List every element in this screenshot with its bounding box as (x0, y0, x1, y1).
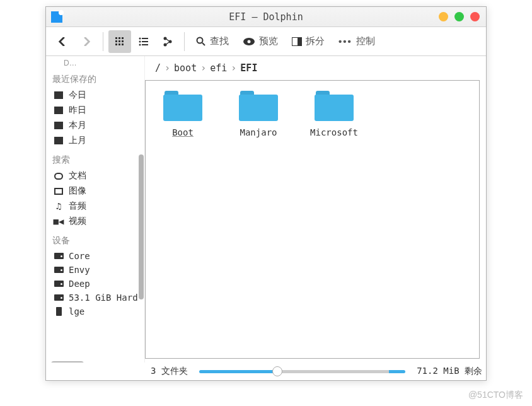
svg-point-20 (248, 40, 251, 43)
app-icon (51, 11, 62, 23)
sidebar-header-recent: 最近保存的 (52, 74, 141, 85)
svg-point-11 (139, 40, 141, 42)
sidebar: D… 最近保存的 今日 昨日 本月 上月 搜索 文档 图像 ♫音频 ■◀视频 设… (46, 56, 144, 362)
more-icon: ••• (338, 36, 352, 47)
folder-boot[interactable]: Boot (154, 91, 211, 137)
video-icon: ■◀ (54, 218, 64, 225)
drive-icon (54, 281, 64, 287)
sidebar-truncated-item[interactable]: D… (64, 59, 141, 67)
search-icon (196, 37, 206, 47)
preview-button[interactable]: 预览 (236, 30, 284, 53)
sidebar-device-deep[interactable]: Deep (51, 277, 141, 291)
statusbar: 3 文件夹 71.2 MiB 剩余 (46, 362, 486, 380)
svg-rect-6 (115, 44, 117, 45)
sidebar-item-images[interactable]: 图像 (51, 183, 141, 199)
view-list-button[interactable] (132, 30, 155, 53)
calendar-icon (54, 91, 63, 99)
zoom-slider[interactable] (199, 370, 405, 373)
maximize-button[interactable] (454, 12, 464, 21)
folder-icon (163, 91, 202, 121)
close-button[interactable] (470, 12, 480, 21)
drive-icon (54, 253, 64, 259)
sidebar-device-envy[interactable]: Envy (51, 263, 141, 277)
svg-rect-8 (122, 44, 124, 45)
folder-icon (315, 91, 354, 121)
files-grid[interactable]: Boot Manjaro Microsoft (145, 80, 480, 359)
svg-rect-2 (122, 37, 124, 39)
music-icon: ♫ (54, 202, 64, 210)
document-icon (54, 173, 63, 180)
back-button[interactable] (51, 30, 74, 53)
content-area: D… 最近保存的 今日 昨日 本月 上月 搜索 文档 图像 ♫音频 ■◀视频 设… (46, 56, 486, 362)
window-controls (439, 12, 480, 21)
calendar-icon (54, 107, 63, 114)
search-button[interactable]: 查找 (190, 30, 235, 53)
svg-rect-7 (119, 44, 120, 45)
main-pane: /›boot›efi›EFI Boot Manjaro Microsoft (144, 56, 486, 362)
svg-rect-12 (142, 41, 148, 42)
sidebar-scrollbar[interactable] (139, 154, 144, 299)
breadcrumb-boot[interactable]: boot (174, 62, 197, 74)
sidebar-item-today[interactable]: 今日 (51, 88, 141, 103)
status-count: 3 文件夹 (151, 366, 188, 377)
minimize-button[interactable] (439, 12, 448, 21)
svg-rect-14 (142, 44, 148, 45)
titlebar: EFI — Dolphin (46, 7, 486, 27)
svg-rect-22 (298, 38, 301, 45)
drive-icon (54, 267, 64, 273)
split-button[interactable]: 拆分 (286, 30, 331, 53)
svg-point-15 (164, 37, 167, 40)
svg-rect-5 (122, 40, 124, 42)
sidebar-item-audio[interactable]: ♫音频 (51, 199, 141, 214)
sidebar-scrollbar-h[interactable] (51, 361, 84, 362)
svg-rect-0 (115, 37, 117, 39)
toolbar: 查找 预览 拆分 •••控制 (46, 27, 486, 56)
sidebar-item-documents[interactable]: 文档 (51, 168, 141, 183)
svg-rect-1 (119, 37, 120, 39)
svg-rect-4 (119, 40, 120, 42)
dolphin-window: EFI — Dolphin 查找 预览 拆分 •••控制 D… 最近保存的 今日… (45, 6, 487, 381)
sidebar-item-yesterday[interactable]: 昨日 (51, 103, 141, 118)
status-space: 71.2 MiB 剩余 (417, 366, 482, 377)
sidebar-device-hard[interactable]: 53.1 GiB Hard (51, 291, 141, 304)
calendar-icon (54, 122, 63, 129)
forward-button[interactable] (75, 30, 98, 53)
sidebar-item-last-month[interactable]: 上月 (51, 133, 141, 148)
view-tree-button[interactable] (156, 30, 179, 53)
sidebar-header-search: 搜索 (52, 154, 141, 166)
drive-icon (54, 294, 64, 301)
breadcrumb-root[interactable]: / (155, 62, 161, 74)
svg-point-18 (197, 37, 203, 43)
svg-point-9 (139, 37, 141, 39)
svg-point-13 (139, 44, 141, 45)
view-icons-button[interactable] (108, 30, 131, 53)
sidebar-device-core[interactable]: Core (51, 249, 141, 263)
folder-microsoft[interactable]: Microsoft (306, 91, 362, 137)
split-icon (292, 37, 302, 46)
control-button[interactable]: •••控制 (332, 30, 381, 53)
sidebar-header-devices: 设备 (52, 235, 141, 246)
folder-icon (239, 91, 278, 121)
watermark: @51CTO博客 (468, 390, 523, 401)
svg-rect-10 (142, 38, 148, 39)
eye-icon (243, 37, 255, 46)
folder-manjaro[interactable]: Manjaro (230, 91, 287, 137)
breadcrumb-current[interactable]: EFI (240, 62, 257, 74)
breadcrumb-efi[interactable]: efi (210, 62, 227, 74)
calendar-icon (54, 137, 63, 144)
sidebar-item-video[interactable]: ■◀视频 (51, 214, 141, 229)
image-icon (54, 188, 63, 195)
phone-icon (56, 307, 62, 316)
sidebar-item-this-month[interactable]: 本月 (51, 118, 141, 133)
breadcrumb[interactable]: /›boot›efi›EFI (145, 56, 486, 79)
window-title: EFI — Dolphin (229, 11, 303, 23)
svg-rect-3 (115, 40, 117, 42)
sidebar-device-lge[interactable]: lge (51, 304, 141, 318)
